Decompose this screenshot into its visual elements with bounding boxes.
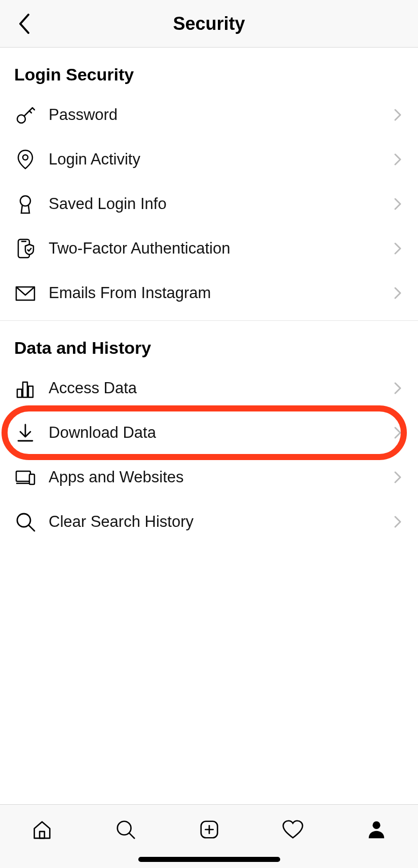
row-label: Clear Search History xyxy=(49,513,392,531)
row-label: Emails From Instagram xyxy=(49,284,392,302)
row-label: Two-Factor Authentication xyxy=(49,239,392,258)
envelope-icon xyxy=(14,282,36,304)
row-saved-login-info[interactable]: Saved Login Info xyxy=(0,182,418,226)
svg-point-5 xyxy=(20,196,30,206)
profile-icon xyxy=(366,819,387,840)
svg-line-21 xyxy=(129,834,134,839)
chevron-right-icon xyxy=(392,242,404,255)
svg-rect-19 xyxy=(40,832,45,838)
search-icon xyxy=(14,511,36,533)
page-title: Security xyxy=(173,13,245,34)
svg-point-20 xyxy=(117,821,131,835)
svg-rect-14 xyxy=(16,471,30,481)
row-download-data[interactable]: Download Data xyxy=(0,410,418,455)
devices-icon xyxy=(14,466,36,488)
search-icon xyxy=(115,819,136,840)
row-label: Saved Login Info xyxy=(49,195,392,213)
svg-rect-11 xyxy=(28,386,33,397)
row-password[interactable]: Password xyxy=(0,93,418,137)
row-two-factor[interactable]: Two-Factor Authentication xyxy=(0,226,418,271)
keyhole-icon xyxy=(14,193,36,215)
location-pin-icon xyxy=(14,148,36,171)
plus-square-icon xyxy=(199,819,220,840)
svg-line-18 xyxy=(29,525,34,531)
tab-create[interactable] xyxy=(198,818,221,841)
bar-chart-icon xyxy=(14,377,36,399)
svg-point-25 xyxy=(372,821,380,829)
svg-rect-9 xyxy=(17,389,22,397)
chevron-right-icon xyxy=(392,198,404,210)
row-access-data[interactable]: Access Data xyxy=(0,366,418,410)
section-header-login-security: Login Security xyxy=(0,48,418,93)
key-icon xyxy=(14,104,36,126)
tab-activity[interactable] xyxy=(281,818,305,841)
row-label: Access Data xyxy=(49,379,392,397)
tab-home[interactable] xyxy=(30,818,54,841)
row-emails-instagram[interactable]: Emails From Instagram xyxy=(0,271,418,315)
row-login-activity[interactable]: Login Activity xyxy=(0,137,418,182)
svg-point-4 xyxy=(23,155,28,160)
home-icon xyxy=(31,819,53,840)
tab-profile[interactable] xyxy=(365,818,388,841)
tab-search[interactable] xyxy=(114,818,137,841)
back-button[interactable] xyxy=(14,14,34,34)
chevron-right-icon xyxy=(392,471,404,483)
section-header-data-history: Data and History xyxy=(0,321,418,366)
chevron-right-icon xyxy=(392,153,404,166)
content-area: Login Security Password Login Activity S… xyxy=(0,48,418,544)
chevron-right-icon xyxy=(392,109,404,121)
tab-bar xyxy=(0,804,418,868)
row-label: Password xyxy=(49,106,392,124)
row-label: Apps and Websites xyxy=(49,468,392,486)
row-label: Login Activity xyxy=(49,150,392,169)
chevron-right-icon xyxy=(392,427,404,439)
header-bar: Security xyxy=(0,0,418,48)
svg-rect-16 xyxy=(29,474,34,484)
chevron-right-icon xyxy=(392,287,404,299)
row-apps-websites[interactable]: Apps and Websites xyxy=(0,455,418,500)
chevron-left-icon xyxy=(18,14,30,34)
heart-icon xyxy=(282,819,304,840)
svg-line-2 xyxy=(32,108,34,110)
svg-line-3 xyxy=(29,111,31,113)
chevron-right-icon xyxy=(392,382,404,394)
row-clear-search-history[interactable]: Clear Search History xyxy=(0,500,418,544)
chevron-right-icon xyxy=(392,516,404,528)
download-icon xyxy=(14,422,36,444)
home-indicator xyxy=(138,857,280,862)
phone-shield-icon xyxy=(14,237,36,260)
row-label: Download Data xyxy=(49,424,392,442)
svg-rect-10 xyxy=(23,382,27,397)
